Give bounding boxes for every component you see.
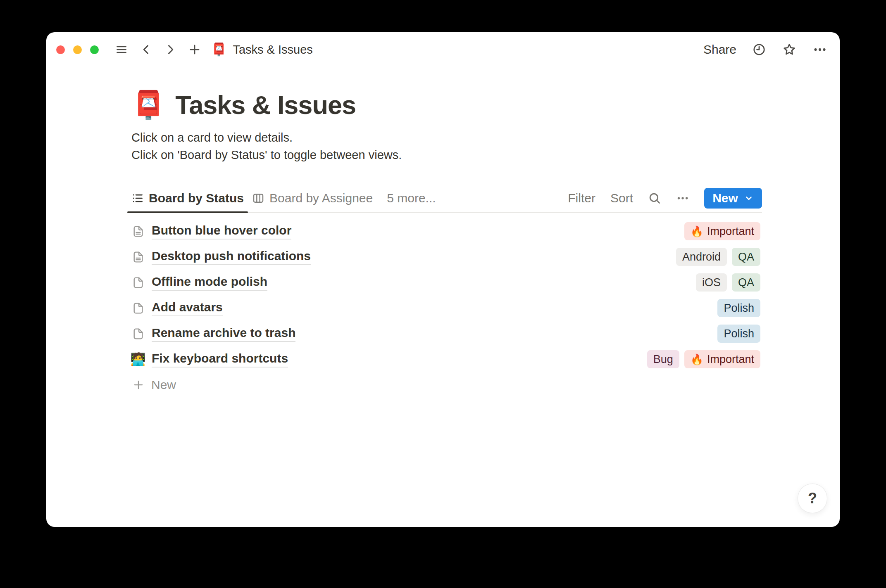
new-page-icon[interactable] xyxy=(188,43,201,56)
page-content: 📮 Tasks & Issues Click on a card to view… xyxy=(131,90,760,392)
item-tags: Polish xyxy=(717,325,760,343)
view-more-options-icon[interactable] xyxy=(676,192,689,205)
page-description: Click on a card to view details. Click o… xyxy=(131,129,760,164)
share-button[interactable]: Share xyxy=(703,43,736,57)
item-title[interactable]: Rename archive to trash xyxy=(152,326,295,342)
item-tags: iOS QA xyxy=(696,273,760,292)
close-window-button[interactable] xyxy=(56,45,65,54)
tab-board-by-assignee[interactable]: Board by Assignee xyxy=(248,184,377,212)
plus-icon xyxy=(132,379,145,391)
view-controls: Filter Sort New xyxy=(568,188,762,209)
item-title[interactable]: Fix keyboard shortcuts xyxy=(152,351,288,368)
filter-button[interactable]: Filter xyxy=(568,191,595,205)
list-view-icon xyxy=(131,192,144,204)
new-button[interactable]: New xyxy=(704,188,762,209)
window-toolbar: 📮 Tasks & Issues Share xyxy=(46,32,840,61)
page-empty-icon xyxy=(131,302,145,315)
tab-label: Board by Status xyxy=(149,191,244,205)
page-empty-icon xyxy=(131,327,145,340)
tag-android: Android xyxy=(676,248,727,266)
page-emoji-large-icon[interactable]: 📮 xyxy=(131,91,165,119)
back-icon[interactable] xyxy=(140,43,152,56)
item-tags: Bug 🔥Important xyxy=(647,350,760,368)
new-row-label: New xyxy=(151,378,176,392)
item-tags: 🔥Important xyxy=(684,222,760,240)
tag-ios: iOS xyxy=(696,273,727,292)
fire-icon: 🔥 xyxy=(691,226,703,237)
more-options-icon[interactable] xyxy=(812,43,827,57)
zoom-window-button[interactable] xyxy=(90,45,99,54)
list-item[interactable]: Desktop push notifications Android QA xyxy=(131,244,760,270)
technologist-emoji-icon: 🧑‍💻 xyxy=(131,353,145,365)
fire-icon: 🔥 xyxy=(691,354,703,365)
page-with-text-icon xyxy=(131,225,145,238)
toolbar-actions: Share xyxy=(703,42,827,57)
chevron-down-icon xyxy=(744,193,754,203)
list-item[interactable]: 🧑‍💻 Fix keyboard shortcuts Bug 🔥Importan… xyxy=(131,346,760,372)
add-new-item-button[interactable]: New xyxy=(131,378,760,392)
tab-label: Board by Assignee xyxy=(269,191,373,205)
tag-bug: Bug xyxy=(647,350,679,368)
toolbar-page-title[interactable]: Tasks & Issues xyxy=(233,43,312,57)
sort-button[interactable]: Sort xyxy=(610,191,633,205)
list-item[interactable]: Rename archive to trash Polish xyxy=(131,321,760,346)
item-tags: Polish xyxy=(717,299,760,317)
tag-qa: QA xyxy=(732,248,760,266)
new-button-label: New xyxy=(712,191,738,205)
item-title[interactable]: Desktop push notifications xyxy=(152,249,311,265)
traffic-lights xyxy=(56,45,99,54)
forward-icon[interactable] xyxy=(164,43,176,56)
item-tags: Android QA xyxy=(676,248,760,266)
page-with-text-icon xyxy=(131,251,145,263)
favorite-star-icon[interactable] xyxy=(782,42,797,57)
page-empty-icon xyxy=(131,276,145,289)
item-title[interactable]: Offline mode polish xyxy=(152,275,267,291)
list-item[interactable]: Offline mode polish iOS QA xyxy=(131,270,760,295)
item-title[interactable]: Button blue hover color xyxy=(152,223,291,239)
item-title[interactable]: Add avatars xyxy=(152,300,223,316)
notion-window: 📮 Tasks & Issues Share 📮 Tasks & I xyxy=(46,32,840,527)
breadcrumb[interactable]: 📮 Tasks & Issues xyxy=(211,43,313,57)
desktop-background: 📮 Tasks & Issues Share 📮 Tasks & I xyxy=(0,0,886,588)
nav-group xyxy=(114,43,201,56)
tag-important: 🔥Important xyxy=(684,222,760,240)
search-icon[interactable] xyxy=(648,192,661,205)
page-header: 📮 Tasks & Issues xyxy=(131,90,760,120)
tag-qa: QA xyxy=(732,273,760,292)
minimize-window-button[interactable] xyxy=(73,45,82,54)
page-emoji-icon: 📮 xyxy=(211,43,226,56)
task-list: Button blue hover color 🔥Important Deskt… xyxy=(131,218,760,392)
tab-board-by-status[interactable]: Board by Status xyxy=(127,184,248,212)
tag-important: 🔥Important xyxy=(684,350,760,368)
tag-polish: Polish xyxy=(717,299,760,317)
view-tabs-bar: Board by Status Board by Assignee 5 more… xyxy=(127,184,762,213)
board-view-icon xyxy=(252,192,264,204)
list-item[interactable]: Add avatars Polish xyxy=(131,295,760,321)
description-line: Click on 'Board by Status' to toggle bet… xyxy=(131,146,760,164)
description-line: Click on a card to view details. xyxy=(131,129,760,146)
tag-polish: Polish xyxy=(717,325,760,343)
more-views-button[interactable]: 5 more... xyxy=(387,191,436,205)
page-title[interactable]: Tasks & Issues xyxy=(175,90,356,120)
sidebar-toggle-icon[interactable] xyxy=(114,43,129,56)
help-button[interactable]: ? xyxy=(798,484,827,513)
updates-clock-icon[interactable] xyxy=(752,43,766,57)
list-item[interactable]: Button blue hover color 🔥Important xyxy=(131,218,760,244)
